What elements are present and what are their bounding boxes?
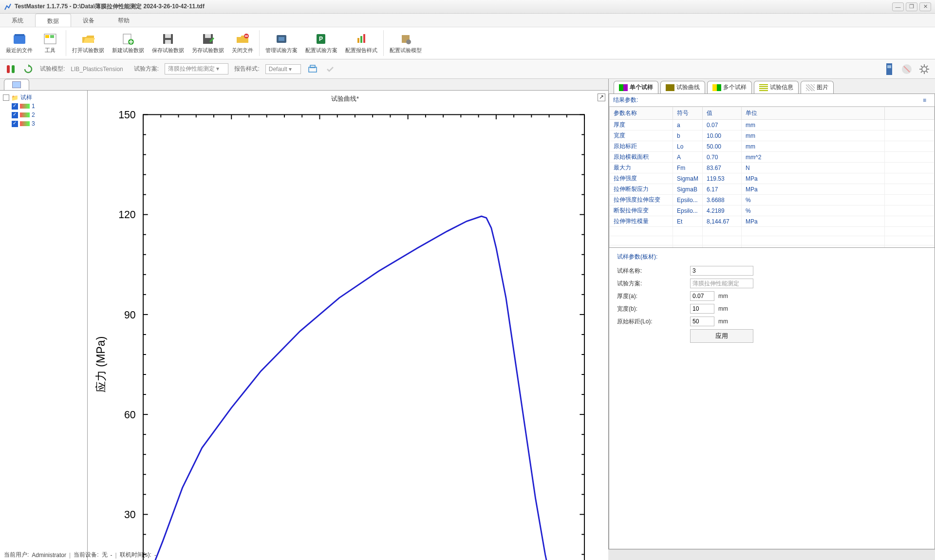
sample-scheme-label: 试验方案: xyxy=(617,280,690,288)
svg-rect-25 xyxy=(310,65,315,68)
menu-device[interactable]: 设备 xyxy=(71,14,106,27)
tab-multi-sample[interactable]: 多个试样 xyxy=(707,81,752,93)
svg-rect-9 xyxy=(165,40,171,44)
config-scheme-icon: P xyxy=(314,32,329,46)
results-table: 参数名称 符号 值 单位 厚度a0.07mm宽度b10.00mm原始标距Lo50… xyxy=(609,107,935,248)
tools-icon xyxy=(42,32,58,46)
table-row[interactable]: 原始标距Lo50.00mm xyxy=(610,141,935,152)
new-data-button[interactable]: 新建试验数据 xyxy=(108,28,148,58)
table-row[interactable]: 拉伸强度拉伸应变Epsilo...3.6688% xyxy=(610,195,935,205)
table-row[interactable]: 最大力Fm83.67N xyxy=(610,163,935,173)
menu-system[interactable]: 系统 xyxy=(0,14,35,27)
config-scheme-button[interactable]: P 配置试验方案 xyxy=(301,28,341,58)
check-icon[interactable] xyxy=(324,63,336,75)
scheme-label: 试验方案: xyxy=(134,65,159,73)
toolbar: 最近的文件 工具 打开试验数据 新建试验数据 保存试验数据 另存试验数据 关闭文… xyxy=(0,27,935,59)
chart-plot: 03060901201500.00000.00900.01800.02700.0… xyxy=(92,105,598,560)
tab-image[interactable]: 图片 xyxy=(801,81,834,93)
config-model-icon xyxy=(398,32,413,46)
save-data-button[interactable]: 保存试验数据 xyxy=(148,28,188,58)
recent-files-button[interactable]: 最近的文件 xyxy=(2,28,37,58)
sample-icon xyxy=(20,121,30,126)
chart-expand-button[interactable]: ↗ xyxy=(598,93,605,101)
col-name[interactable]: 参数名称 xyxy=(610,107,673,120)
gauge-label: 原始标距(Lo): xyxy=(617,317,690,326)
table-row[interactable]: 宽度b10.00mm xyxy=(610,131,935,141)
close-button[interactable]: ✕ xyxy=(919,2,931,11)
svg-text:150: 150 xyxy=(118,109,135,121)
table-row[interactable]: 原始横截面积A0.70mm^2 xyxy=(610,152,935,163)
single-sample-icon xyxy=(619,84,628,91)
tree-root[interactable]: 📁 试样 xyxy=(3,93,84,102)
print-icon[interactable] xyxy=(307,63,318,75)
menu-help[interactable]: 帮助 xyxy=(106,14,141,27)
col-symbol[interactable]: 符号 xyxy=(673,107,703,120)
close-file-button[interactable]: 关闭文件 xyxy=(228,28,257,58)
left-pane-tab[interactable] xyxy=(4,79,29,90)
width-input[interactable] xyxy=(690,304,714,314)
sample-icon xyxy=(20,104,30,109)
new-file-icon xyxy=(120,32,136,46)
report-select[interactable]: Default ▾ xyxy=(265,64,301,74)
maximize-button[interactable]: ❐ xyxy=(906,2,917,11)
list-icon xyxy=(12,81,21,88)
thickness-unit: mm xyxy=(718,293,728,299)
svg-rect-22 xyxy=(7,65,10,73)
results-menu-button[interactable]: ≡ xyxy=(923,97,931,104)
table-row[interactable]: 断裂拉伸应变Epsilo...4.2189% xyxy=(610,205,935,216)
root-checkbox[interactable] xyxy=(3,94,9,101)
tree-item[interactable]: 1 xyxy=(3,102,84,111)
tab-info[interactable]: 试验信息 xyxy=(754,81,799,93)
col-unit[interactable]: 单位 xyxy=(742,107,885,120)
folder-icon: 📁 xyxy=(11,94,19,101)
tab-single-sample[interactable]: 单个试样 xyxy=(614,81,658,93)
sample-name-input[interactable] xyxy=(690,266,753,276)
tree-checkbox[interactable] xyxy=(12,103,18,110)
disconnect-icon[interactable] xyxy=(901,63,913,75)
close-file-icon xyxy=(235,32,250,46)
open-data-button[interactable]: 打开试验数据 xyxy=(68,28,108,58)
table-row[interactable]: 拉伸断裂应力SigmaB6.17MPa xyxy=(610,184,935,195)
svg-rect-23 xyxy=(12,65,15,73)
thickness-input[interactable] xyxy=(690,291,714,301)
tools-button[interactable]: 工具 xyxy=(37,28,64,58)
red-green-indicator-icon[interactable] xyxy=(5,63,17,75)
model-value: LIB_PlasticsTension xyxy=(71,66,123,73)
svg-text:120: 120 xyxy=(118,209,135,221)
manage-scheme-button[interactable]: 管理试验方案 xyxy=(262,28,301,58)
model-label: 试验模型: xyxy=(40,65,65,73)
sample-tree: 📁 试样 123 xyxy=(0,91,88,560)
image-icon xyxy=(806,84,815,91)
gauge-input[interactable] xyxy=(690,317,714,326)
saveas-icon xyxy=(200,32,216,46)
svg-rect-26 xyxy=(886,63,892,75)
config-report-button[interactable]: 配置报告样式 xyxy=(341,28,381,58)
apply-button[interactable]: 应用 xyxy=(690,329,753,343)
minimize-button[interactable]: — xyxy=(892,2,904,11)
scheme-select[interactable]: 薄膜拉伸性能测定 ▾ xyxy=(165,63,228,75)
sample-name-label: 试样名称: xyxy=(617,267,690,275)
refresh-icon[interactable] xyxy=(22,63,34,75)
device-icon[interactable] xyxy=(883,63,895,75)
settings-icon[interactable] xyxy=(918,63,930,75)
table-row[interactable]: 厚度a0.07mm xyxy=(610,120,935,131)
col-blank xyxy=(885,107,935,120)
tree-item[interactable]: 2 xyxy=(3,111,84,119)
table-row[interactable]: 拉伸弹性模量Et8,144.67MPa xyxy=(610,216,935,227)
config-report-icon xyxy=(354,32,369,46)
gauge-unit: mm xyxy=(718,318,728,325)
svg-rect-14 xyxy=(279,37,284,41)
menu-bar: 系统 数据 设备 帮助 xyxy=(0,14,935,27)
chart-title: 试验曲线* xyxy=(92,94,598,103)
tree-checkbox[interactable] xyxy=(12,112,18,118)
saveas-data-button[interactable]: 另存试验数据 xyxy=(188,28,228,58)
tab-curve[interactable]: 试验曲线 xyxy=(660,81,705,93)
width-unit: mm xyxy=(718,305,728,312)
config-model-button[interactable]: 配置试验模型 xyxy=(386,28,426,58)
menu-data[interactable]: 数据 xyxy=(35,14,71,27)
tree-checkbox[interactable] xyxy=(12,121,18,127)
table-row[interactable]: 拉伸强度SigmaM119.53MPa xyxy=(610,173,935,184)
tree-item[interactable]: 3 xyxy=(3,119,84,128)
col-value[interactable]: 值 xyxy=(703,107,742,120)
svg-rect-8 xyxy=(165,34,171,38)
